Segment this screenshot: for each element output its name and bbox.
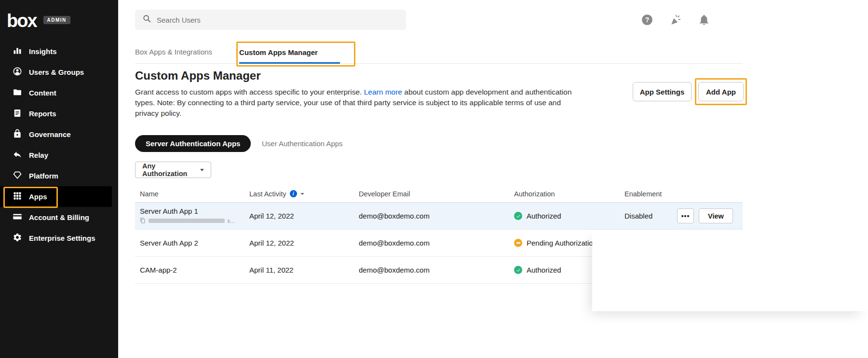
table-header-row: Name Last Activity i Developer Email Aut… [135,185,743,203]
sidebar-item-relay[interactable]: Relay [0,145,118,165]
main-content: ? Box Apps & Integrations Custom Apps Ma… [118,0,868,358]
tab-custom-apps-manager[interactable]: Custom Apps Manager [239,48,340,64]
sidebar-item-label: Apps [29,193,47,201]
tab-user-authentication-apps[interactable]: User Authentication Apps [257,135,348,152]
sidebar-item-reports[interactable]: Reports [0,103,118,124]
info-icon[interactable]: i [290,190,297,197]
authorization-label: Authorized [527,212,561,220]
developer-email-cell: demo@boxdemo.com [354,239,509,247]
app-name: Server Auth App 1 [140,207,244,215]
sidebar-item-users-groups[interactable]: Users & Groups [0,62,118,83]
view-button[interactable]: View [699,208,733,223]
search-input[interactable] [157,16,398,24]
app-name: CAM-app-2 [135,266,244,274]
column-header-developer-email: Developer Email [354,190,509,198]
sidebar-nav: Insights Users & Groups Content Reports … [0,41,118,248]
page-title: Custom Apps Manager [135,69,260,83]
description-text: Grant access to custom apps with access … [135,88,364,96]
lock-icon [13,129,22,140]
client-id: k... [140,217,244,225]
authorization-label: Authorized [527,266,561,274]
developer-email-cell: demo@boxdemo.com [354,212,509,220]
last-activity-cell: April 12, 2022 [244,239,354,247]
announcements-icon[interactable] [669,13,682,27]
app-name: Server Auth App 2 [135,239,244,247]
sidebar-item-label: Platform [29,172,58,180]
search-bar [135,10,406,30]
sidebar-item-platform[interactable]: Platform [0,165,118,186]
folder-icon [13,87,22,98]
column-header-last-activity[interactable]: Last Activity i [249,190,354,198]
table-row-server-auth-app-1[interactable]: Server Auth App 1 k... April 12, 2022 de… [135,203,743,230]
add-app-button[interactable]: Add App [698,82,744,101]
tab-server-authentication-apps[interactable]: Server Authentication Apps [135,135,251,152]
sidebar-item-label: Governance [29,130,71,138]
authorized-check-icon [514,212,522,220]
page-description: Grant access to custom apps with access … [135,87,576,119]
copy-icon[interactable] [140,217,146,225]
search-icon [143,14,151,25]
chevron-down-icon [200,169,204,171]
notifications-bell-icon[interactable] [697,13,711,27]
sort-chevron-down-icon [300,193,304,195]
tab-box-apps-integrations[interactable]: Box Apps & Integrations [135,48,212,63]
relay-arrow-icon [13,150,22,161]
column-header-enablement: Enablement [620,190,672,198]
sidebar-item-label: Insights [29,47,57,55]
sidebar-item-apps[interactable]: Apps [0,186,112,207]
sidebar-item-label: Reports [29,110,56,118]
client-id-tail: k... [228,218,235,224]
logo-row: box ADMIN [0,0,118,30]
authorization-label: Pending Authorization [527,239,597,247]
sidebar-item-enterprise-settings[interactable]: Enterprise Settings [0,228,118,248]
sidebar-item-label: Relay [29,151,48,159]
column-header-authorization: Authorization [509,190,620,198]
row-actions: ••• View [672,208,743,223]
sidebar-item-label: Account & Billing [29,213,89,221]
authorization-filter-dropdown[interactable]: Any Authorization [135,162,211,178]
sidebar: box ADMIN Insights Users & Groups Conten… [0,0,118,358]
sidebar-item-account-billing[interactable]: Account & Billing [0,207,118,228]
sidebar-item-label: Users & Groups [29,68,84,76]
billing-card-icon [13,212,22,223]
sidebar-item-governance[interactable]: Governance [0,124,118,145]
sidebar-item-content[interactable]: Content [0,83,118,103]
developer-email-cell: demo@boxdemo.com [354,266,509,274]
users-icon [13,67,22,78]
column-header-name: Name [135,190,244,198]
last-activity-cell: April 12, 2022 [244,212,354,220]
sidebar-item-label: Content [29,89,56,97]
last-activity-cell: April 11, 2022 [244,266,354,274]
svg-text:?: ? [645,16,650,24]
sidebar-item-label: Enterprise Settings [29,234,95,242]
box-admin-console: box ADMIN Insights Users & Groups Conten… [0,0,868,358]
overlay-panel [592,230,868,311]
enablement-cell: Disabled [620,212,672,220]
pending-authorization-icon [514,239,522,247]
apps-grid-icon [13,191,22,202]
learn-more-link[interactable]: Learn more [364,88,402,96]
gear-icon [13,233,22,244]
client-id-redacted [149,219,225,223]
sidebar-item-insights[interactable]: Insights [0,41,118,62]
admin-badge: ADMIN [43,16,70,24]
topbar-icons: ? [640,13,711,27]
insights-icon [13,46,22,57]
authorized-check-icon [514,266,522,274]
more-options-button[interactable]: ••• [677,208,694,223]
app-settings-button[interactable]: App Settings [633,82,692,101]
report-icon [13,108,22,119]
platform-gem-icon [13,170,22,181]
help-icon[interactable]: ? [640,13,654,27]
tab-bar: Box Apps & Integrations Custom Apps Mana… [135,42,743,64]
authorization-filter-value: Any Authorization [142,162,200,178]
authorization-status: Authorized [514,212,620,220]
column-header-label: Last Activity [249,190,286,198]
box-logo: box [7,12,37,30]
